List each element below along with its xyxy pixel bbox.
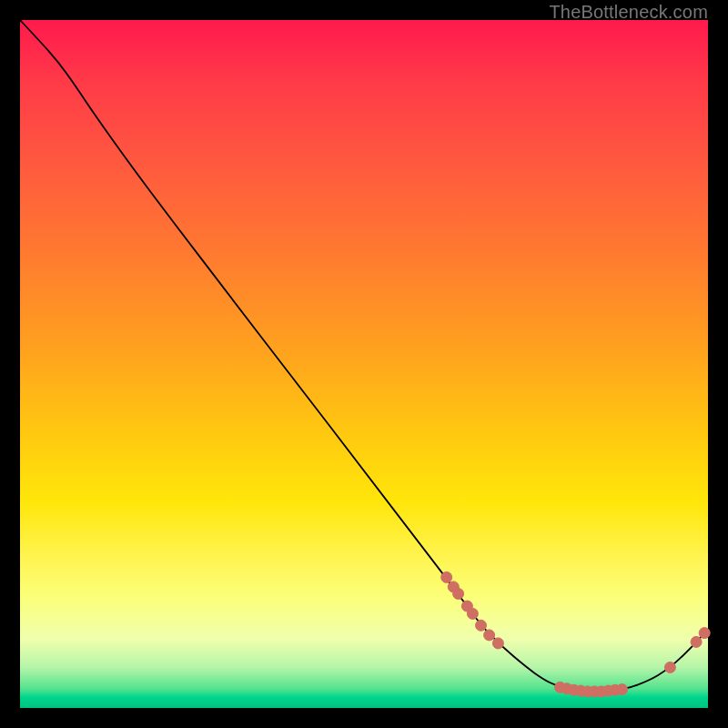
data-dot [617,684,628,695]
data-dot [467,608,478,619]
data-dot [664,662,675,672]
data-dot [476,620,487,631]
data-dot [453,589,464,600]
plot-area [20,20,708,708]
data-dot [691,636,702,647]
data-dot [441,571,452,582]
data-dot [699,628,710,639]
data-dot [484,630,495,641]
curve-svg [20,20,708,708]
bottleneck-curve [20,20,708,691]
chart-frame: TheBottleneck.com [0,0,728,728]
data-dots [441,571,711,697]
data-dot [492,638,503,649]
